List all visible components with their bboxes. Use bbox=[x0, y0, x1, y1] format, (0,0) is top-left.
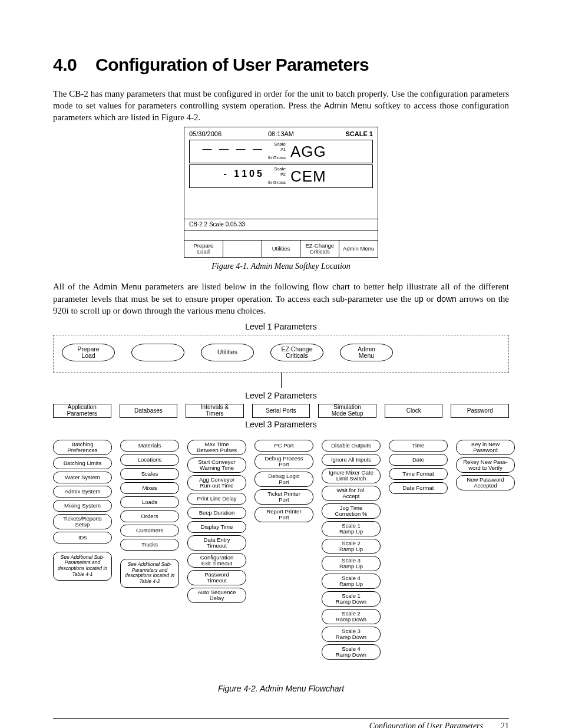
section-number: 4.0 bbox=[53, 53, 95, 77]
l3-item: Display Time bbox=[187, 521, 246, 533]
softkey-ezchange[interactable]: EZ-Change Criticals bbox=[300, 241, 339, 258]
l3-item: Tickets/Reports Setup bbox=[53, 514, 112, 529]
l3-item: Mixes bbox=[120, 482, 179, 494]
l3-item: Beep Duration bbox=[187, 507, 246, 519]
l3-item: Max Time Between Pulses bbox=[187, 440, 246, 455]
footer-section: Configuration of User Parameters bbox=[369, 721, 483, 728]
l3-item: Report Printer Port bbox=[254, 507, 313, 522]
l3-item: Data Entry Timeout bbox=[187, 535, 246, 551]
readout-1-label: AGG bbox=[288, 140, 372, 163]
l3-item: Scale 1 Ramp Down bbox=[322, 591, 381, 607]
col-databases: Materials Locations Scales Mixes Loads O… bbox=[120, 440, 179, 588]
col-clock: Time Date Time Format Date Format bbox=[389, 440, 448, 494]
l3-item: Scale 2 Ramp Down bbox=[322, 609, 381, 624]
figure-4-2-caption: Figure 4-2. Admin Menu Flowchart bbox=[53, 683, 509, 694]
l3-item: Rekey New Pass- word to Verify bbox=[456, 457, 515, 473]
l3-item: Password Timeout bbox=[187, 570, 246, 585]
l3-item: Materials bbox=[120, 440, 179, 452]
down-key-ref: down bbox=[437, 294, 456, 304]
softkey-prepare-load[interactable]: Prepare Load bbox=[184, 241, 223, 258]
softkey-row: Prepare Load Utilities EZ-Change Critica… bbox=[184, 240, 378, 258]
l3-item: PC Port bbox=[254, 440, 313, 452]
l3-item: Scale 4 Ramp Up bbox=[322, 574, 381, 589]
device-date: 05/30/2006 bbox=[189, 130, 250, 139]
l3-item: Scale 1 Ramp Up bbox=[322, 521, 381, 536]
readout-2-label: CEM bbox=[288, 165, 372, 187]
level-1-box: Prepare Load Utilities EZ Change Critica… bbox=[53, 335, 509, 373]
l3-item: Key in New Password bbox=[456, 440, 515, 455]
l3-item: Time bbox=[389, 440, 448, 452]
l3-item: Wait for Tol. Accept bbox=[322, 486, 381, 501]
page-footer: Configuration of User Parameters 21 bbox=[53, 718, 509, 728]
l3-item: Debug Process Port bbox=[254, 454, 313, 469]
l3-item: Scales bbox=[120, 468, 179, 480]
l3-item: Debug Logic Port bbox=[254, 472, 313, 487]
softkey-admin-menu[interactable]: Admin Menu bbox=[339, 241, 378, 258]
oval-utilities: Utilities bbox=[201, 344, 254, 361]
l3-item: Print Line Delay bbox=[187, 493, 246, 505]
l3-item: Loads bbox=[120, 496, 179, 508]
level-2-row: Application Parameters Databases Interva… bbox=[53, 404, 509, 418]
device-screenshot: 05/30/2006 08:13AM SCALE 1 — — — — Scale… bbox=[184, 127, 378, 258]
l3-item: Mixing System bbox=[53, 500, 112, 512]
level-3-columns: Batching Preferences Batching Limits Wat… bbox=[53, 440, 509, 660]
col-intervals: Max Time Between Pulses Start Conveyor W… bbox=[187, 440, 246, 604]
level-2-label: Level 2 Parameters bbox=[53, 390, 509, 401]
l3-item: Scale 4 Ramp Down bbox=[322, 644, 381, 660]
l3-item: Scale 3 Ramp Down bbox=[322, 627, 381, 642]
col-serial: PC Port Debug Process Port Debug Logic P… bbox=[254, 440, 313, 522]
page-heading: 4.0Configuration of User Parameters bbox=[53, 53, 509, 77]
l2-intervals-timers: Intervals & Timers bbox=[186, 404, 244, 418]
note-table-4-2: See Additional Sub-Parameters and descri… bbox=[120, 559, 179, 588]
softkey-utilities[interactable]: Utilities bbox=[262, 241, 301, 258]
l3-item: Scale 2 Ramp Up bbox=[322, 539, 381, 554]
section-title: Configuration of User Parameters bbox=[95, 55, 369, 74]
l3-item: Jog Time Correction % bbox=[322, 503, 381, 519]
footer-page-number: 21 bbox=[501, 721, 509, 728]
l3-item: IDs bbox=[53, 532, 112, 543]
l3-item: Water System bbox=[53, 472, 112, 483]
up-key-ref: up bbox=[414, 294, 424, 304]
l3-item: Time Format bbox=[389, 468, 448, 480]
l3-item: Ticket Printer Port bbox=[254, 489, 313, 505]
l2-application-parameters: Application Parameters bbox=[53, 404, 111, 418]
flowchart: Level 1 Parameters Prepare Load Utilitie… bbox=[53, 321, 509, 694]
figure-4-1-caption: Figure 4-1. Admin Menu Softkey Location bbox=[53, 261, 509, 272]
col-simulation: Disable Outputs Ignore All Inputs Ignore… bbox=[322, 440, 381, 660]
l3-item: Batching Preferences bbox=[53, 440, 112, 455]
readout-1: — — — — Scale #1 lb Gross AGG bbox=[189, 140, 373, 163]
device-scale-indicator: SCALE 1 bbox=[312, 130, 373, 139]
l3-item: Agg Conveyor Run-out Time bbox=[187, 475, 246, 490]
intro-paragraph: The CB-2 has many parameters that must b… bbox=[53, 88, 509, 124]
level-1-label: Level 1 Parameters bbox=[53, 321, 509, 332]
l3-item: Date Format bbox=[389, 482, 448, 494]
device-time: 08:13AM bbox=[250, 130, 312, 139]
oval-ez-change: EZ Change Criticals bbox=[270, 344, 323, 361]
l2-serial-ports: Serial Ports bbox=[252, 404, 310, 418]
l2-clock: Clock bbox=[385, 404, 443, 418]
l3-item: Configuration Exit Timeout bbox=[187, 553, 246, 568]
mid-paragraph: All of the Admin Menu parameters are lis… bbox=[53, 281, 509, 317]
l3-item: Ignore All Inputs bbox=[322, 454, 381, 466]
l3-item: Customers bbox=[120, 525, 179, 536]
l3-item: New Password Accepted bbox=[456, 475, 515, 490]
l3-item: Start Conveyor Warning Time bbox=[187, 457, 246, 473]
col-app-params: Batching Preferences Batching Limits Wat… bbox=[53, 440, 112, 581]
l2-databases: Databases bbox=[120, 404, 178, 418]
level-3-label: Level 3 Parameters bbox=[53, 419, 509, 430]
admin-menu-ref: Admin Menu bbox=[324, 101, 371, 110]
l3-item: Auto Sequence Delay bbox=[187, 588, 246, 603]
l3-item: Admix System bbox=[53, 486, 112, 498]
col-password: Key in New Password Rekey New Pass- word… bbox=[456, 440, 515, 490]
l3-item: Orders bbox=[120, 510, 179, 522]
readout-2: - 1105 Scale #2 lb Gross CEM bbox=[189, 164, 373, 188]
softkey-blank[interactable] bbox=[223, 241, 262, 258]
oval-prepare-load: Prepare Load bbox=[62, 344, 115, 361]
l3-item: Date bbox=[389, 454, 448, 466]
note-table-4-1: See Additional Sub-Parameters and descri… bbox=[53, 552, 112, 581]
l3-item: Scale 3 Ramp Up bbox=[322, 556, 381, 571]
oval-admin-menu: Admin Menu bbox=[340, 344, 393, 361]
l3-item: Batching Limits bbox=[53, 457, 112, 469]
l2-password: Password bbox=[451, 404, 509, 418]
oval-blank bbox=[131, 344, 184, 361]
